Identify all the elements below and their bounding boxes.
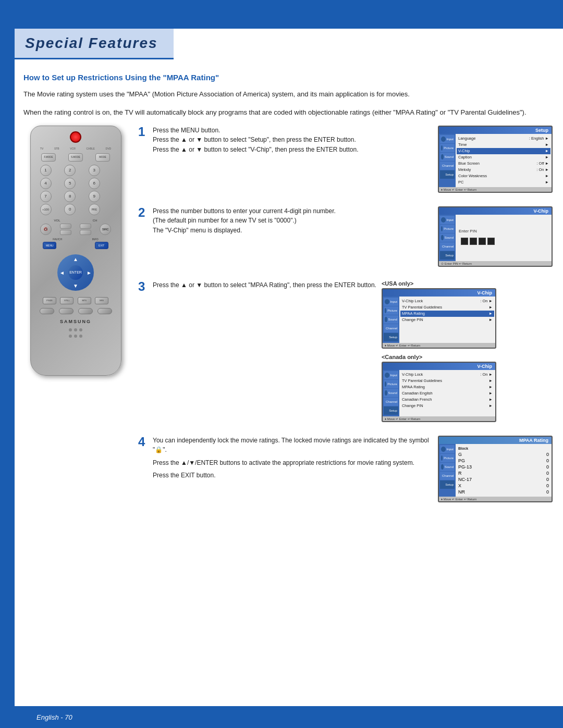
psize-button[interactable]: PSIZE — [43, 297, 56, 304]
section-heading: How to Set up Restrictions Using the "MP… — [23, 73, 553, 82]
ch-up[interactable] — [80, 224, 91, 229]
canada-row-tvparental: TV Parental Guidelines► — [402, 378, 493, 384]
step-1: 1 Press the MENU button. Press the ▲ or … — [138, 126, 553, 196]
num-6[interactable]: 6 — [89, 178, 100, 189]
pin-box-2 — [470, 238, 477, 245]
num-2[interactable]: 2 — [64, 165, 76, 176]
num-0[interactable]: 0 — [64, 204, 76, 215]
number-grid: 1 2 3 4 5 6 7 8 9 +100 0 PRE — [31, 163, 121, 217]
step-1-screen: Setup Input Picture Sound — [438, 126, 553, 196]
usa-vchip-header: V-Chip — [383, 289, 495, 297]
step-4-text: You can independently lock the movie rat… — [153, 436, 433, 480]
vol-up[interactable] — [60, 224, 71, 229]
step-2: 2 Press the number buttons to enter your… — [138, 206, 553, 270]
mpaa-sidebar-input: Input — [440, 445, 455, 453]
remote-column: TVSTBVCRCABLEDVD F.MODE S.MODE MODE 1 2 … — [23, 126, 128, 516]
canada-sidebar-sound: Sound — [384, 389, 398, 397]
pin-box-4 — [487, 238, 495, 245]
setup-screen-body: Input Picture Sound Channel — [439, 134, 552, 187]
step-2-left: 2 Press the number buttons to enter your… — [138, 206, 433, 236]
setup-main: Language: English ► Time► V-Chip► Captio… — [456, 134, 552, 187]
mpaa-block-label: Block — [458, 446, 549, 451]
step-1-left: 1 Press the MENU button. Press the ▲ or … — [138, 126, 433, 155]
num-4[interactable]: 4 — [40, 178, 52, 189]
nav-area: ▲ ▼ ◄ ► ENTER — [31, 250, 121, 295]
pin-sidebar-input: Input — [440, 216, 455, 224]
pin-display — [459, 236, 497, 247]
two-column-layout: TVSTBVCRCABLEDVD F.MODE S.MODE MODE 1 2 … — [23, 126, 553, 516]
enter-pin-label: Enter PIN — [459, 229, 477, 233]
vchip-pin-footer: ⊙ Enter PIN ↩ Return — [439, 261, 552, 266]
mpaa-rating-tv-screen: MPAA Rating Input Picture Sound Channel … — [438, 436, 553, 502]
mpaa-sidebar-picture: Picture — [440, 454, 455, 462]
canada-row-canfrench: Canadian French► — [402, 397, 493, 403]
source-button[interactable]: SRC — [100, 224, 111, 235]
step-1-line-2: Press the ▲ or ▼ button to select "Setup… — [153, 135, 433, 145]
num-100[interactable]: +100 — [40, 204, 52, 215]
step-4-line-3: Press the EXIT button. — [153, 471, 433, 480]
footer-text: English - 70 — [36, 713, 72, 721]
canada-vchip-screen: V-Chip Input Picture Sound Channel Setup — [382, 362, 496, 422]
sidebar-picture: Picture — [440, 144, 455, 152]
oval-2[interactable] — [59, 308, 74, 314]
canada-vchip-sidebar: Input Picture Sound Channel Setup — [383, 370, 399, 416]
canada-row-canenglish: Canadian English► — [402, 390, 493, 397]
num-7[interactable]: 7 — [40, 191, 52, 202]
fmode-button[interactable]: F.MODE — [41, 153, 56, 162]
step-2-number: 2 — [138, 206, 149, 236]
vol-down[interactable] — [60, 230, 71, 235]
bottom-bar: English - 70 — [0, 706, 563, 728]
vchip-pin-header: V-Chip — [439, 207, 552, 215]
oval-3[interactable] — [78, 308, 93, 314]
sidebar-channel: Channel — [440, 162, 455, 170]
step-2-text: Press the number buttons to enter your c… — [153, 206, 433, 236]
setup-row-vchip: V-Chip► — [457, 148, 550, 154]
num-3[interactable]: 3 — [89, 165, 100, 176]
canada-sidebar-setup: Setup — [384, 406, 398, 415]
num-8[interactable]: 8 — [64, 191, 76, 202]
oval-4[interactable] — [97, 308, 112, 314]
pin-box-3 — [479, 238, 486, 245]
mute-button[interactable]: 🔇 — [40, 224, 52, 235]
exit-button[interactable]: EXIT — [95, 242, 108, 249]
num-1[interactable]: 1 — [40, 165, 52, 176]
canada-vchip-main: V-Chip Lock: On ► TV Parental Guidelines… — [399, 370, 495, 416]
mpaa-rating-header: MPAA Rating — [439, 437, 552, 444]
canada-sidebar-channel: Channel — [384, 398, 398, 406]
smode-button[interactable]: S.MODE — [68, 153, 83, 162]
menu-button[interactable]: MENU — [43, 242, 56, 249]
mode-button[interactable]: MODE — [95, 153, 110, 162]
intro-paragraph-2: When the rating control is on, the TV wi… — [23, 107, 553, 118]
setup-row-bluescreen: Blue Screen: Off ► — [458, 161, 549, 167]
step-4-line-2: Press the ▲/▼/ENTER buttons to activate … — [153, 458, 433, 468]
setup-sidebar: Input Picture Sound Channel — [439, 134, 456, 187]
usa-row-changepin: Change PIN► — [402, 317, 493, 323]
still-button[interactable]: STILL — [60, 297, 74, 304]
step-2-line-1: Press the number buttons to enter your c… — [153, 206, 433, 216]
pin-box-1 — [461, 238, 468, 245]
enter-button[interactable]: ENTER — [68, 265, 83, 280]
prech-button[interactable]: PRE — [89, 204, 100, 215]
canada-vchip-footer: ♦ Move ↵ Enter ↩ Return — [383, 416, 495, 421]
num-5[interactable]: 5 — [64, 178, 76, 189]
canada-vchip-body: Input Picture Sound Channel Setup V-Chip… — [383, 370, 495, 416]
canada-label: <Canada only> — [382, 354, 496, 360]
step-2-screen: V-Chip Input Picture Sound — [438, 206, 553, 270]
mts-button[interactable]: MTS — [78, 297, 91, 304]
srs-button[interactable]: SRS — [95, 297, 108, 304]
speaker-dots-row1 — [31, 327, 121, 332]
step-1-text: Press the MENU button. Press the ▲ or ▼ … — [153, 126, 433, 155]
power-button[interactable] — [70, 131, 81, 143]
canada-row-changepin: Change PIN► — [402, 403, 493, 409]
mpaa-sidebar-sound: Sound — [440, 463, 455, 471]
ch-down[interactable] — [80, 230, 91, 235]
steps-column: 1 Press the MENU button. Press the ▲ or … — [138, 126, 553, 516]
pin-sidebar-sound: Sound — [440, 233, 455, 242]
oval-buttons — [31, 306, 121, 316]
setup-tv-screen: Setup Input Picture Sound — [438, 126, 553, 193]
num-9[interactable]: 9 — [89, 191, 100, 202]
usa-label: <USA only> — [382, 280, 496, 287]
oval-1[interactable] — [40, 308, 54, 314]
nav-ring[interactable]: ▲ ▼ ◄ ► ENTER — [57, 254, 94, 291]
usa-row-tvparental: TV Parental Guidelines► — [402, 304, 493, 311]
